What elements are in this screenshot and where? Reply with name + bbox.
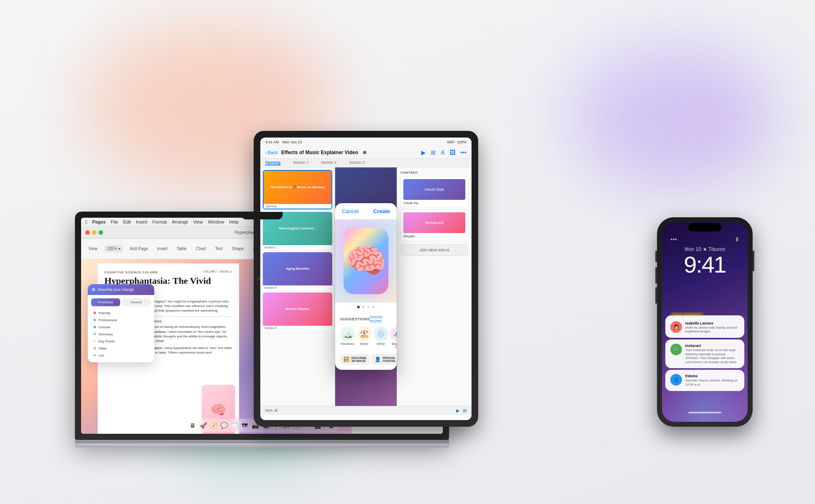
ipad-section-3[interactable]: Section 3 (349, 160, 365, 165)
describe-image-label: DESCRIBE AN IMAGE (351, 356, 366, 362)
iphone-volume-down-button[interactable] (655, 287, 657, 304)
toolbar-addpage[interactable]: Add Page (127, 245, 151, 253)
ai-option-summary[interactable]: Summary (91, 331, 151, 338)
menu-view[interactable]: View (193, 219, 203, 224)
edit-dot (363, 151, 366, 154)
ipad-bottom-icons: ▶ ⊞ (456, 408, 467, 413)
more-icon[interactable]: ••• (460, 149, 467, 156)
ipad-right-storyboard[interactable]: Storyboard Storybo... (400, 209, 468, 241)
ipad-bottom-grid-icon[interactable]: ⊞ (463, 408, 467, 413)
toolbar-table[interactable]: Table (174, 245, 189, 253)
modal-create-button[interactable]: Create (373, 208, 390, 214)
storyboard-label: Storybo... (403, 234, 465, 238)
ai-tab-rewrite[interactable]: Rewrite (122, 298, 151, 306)
toolbar-insert[interactable]: Insert (155, 245, 170, 253)
menu-edit[interactable]: Edit (123, 219, 131, 224)
dock-maps[interactable]: 🗺 (240, 421, 249, 430)
toolbar-zoom[interactable]: 135% ▾ (104, 245, 123, 253)
dock-messages[interactable]: 💬 (220, 421, 229, 430)
menu-help[interactable]: Help (229, 219, 239, 224)
dock-finder[interactable]: 🖥 (188, 421, 198, 430)
modal-cancel-button[interactable]: Cancel (342, 208, 358, 214)
menu-insert[interactable]: Insert (136, 219, 148, 224)
winter-icon: ❄️ (373, 327, 388, 342)
summary-label: Summary (99, 332, 113, 336)
menu-format[interactable]: Format (152, 219, 167, 224)
slide-3-title: Aging Benefits (286, 267, 309, 271)
menu-arrange[interactable]: Arrange (172, 219, 188, 224)
slide-4-thumb: Recent Studies (263, 293, 332, 326)
ai-option-list[interactable]: List (91, 352, 151, 359)
ipad-zoom-level: 50% (265, 408, 273, 413)
add-new-ideas-button[interactable]: ADD NEW IDEAS (400, 244, 468, 256)
iphone-volume-up-button[interactable] (655, 267, 657, 284)
menu-window[interactable]: Window (208, 219, 224, 224)
notif-3-body: Summer interns arrived. Meeting at 10:30… (685, 379, 739, 386)
ipad-right-panel: Content Visual Style Visual Sty... Story… (397, 167, 472, 406)
notification-card-edeina[interactable]: 👤 Edeina Summer interns arrived. Meeting… (665, 370, 744, 391)
ai-option-concise[interactable]: Concise (91, 324, 151, 331)
dock-safari[interactable]: 🧭 (209, 421, 218, 430)
person-choose-label: PERSON CHOOSE... (383, 356, 397, 362)
modal-describe-row: 🖼️ DESCRIBE AN IMAGE 👤 PERSON CHO (335, 352, 397, 370)
slide-1-thumb: The Effects of 🎵Music on Memory (264, 171, 331, 204)
suggestion-beach[interactable]: 🏖️ Beach (357, 327, 372, 349)
modal-brain-image: 🧠 (343, 228, 388, 294)
text-icon[interactable]: A (441, 149, 445, 156)
notif-1-body: Invite for dinner with Sandy and her boy… (685, 326, 739, 334)
ipad-slide-3[interactable]: Aging Benefits Section 4 (263, 252, 332, 290)
zoom-expand-icon[interactable]: ⊞ (274, 408, 278, 413)
toolbar-chart[interactable]: Chart (193, 245, 208, 253)
beach-icon: 🏖️ (357, 327, 372, 342)
ipad-slide-1[interactable]: The Effects of 🎵Music on Memory Opening (263, 170, 332, 209)
show-more-button[interactable]: SHOW MORE (370, 315, 392, 323)
ipad-right-visual-style[interactable]: Visual Style Visual Sty... (400, 176, 468, 208)
dock-mail[interactable]: ✉️ (230, 421, 239, 430)
ai-panel-header: Describe your change (88, 284, 154, 295)
describe-image-button[interactable]: 🖼️ DESCRIBE AN IMAGE (340, 354, 370, 365)
ipad-section-2[interactable]: Section 2 (321, 160, 337, 165)
slide-4-label: Section 5 (263, 326, 332, 330)
iphone-power-button[interactable] (753, 251, 754, 271)
ipad-screen: 9:41 AM Mon Jun 10 WiFi 100% ‹ Back Effe… (260, 138, 472, 420)
close-button[interactable] (85, 230, 90, 235)
ipad-slide-4[interactable]: Recent Studies Section 5 (263, 293, 332, 330)
notif-3-content: Edeina Summer interns arrived. Meeting a… (685, 374, 739, 386)
grid-icon[interactable]: ⊞ (431, 149, 436, 156)
dock-launchpad[interactable]: 🚀 (199, 421, 208, 430)
notification-card-instacart[interactable]: 🛒 Instacart Your Instacart order is on t… (665, 339, 744, 368)
ipad-section-opening[interactable]: Opening (265, 160, 281, 165)
toolbar-shape[interactable]: Shape (230, 245, 247, 253)
ipad-camera (257, 277, 260, 280)
person-choose-button[interactable]: 👤 PERSON CHOOSE... (371, 354, 397, 365)
devices-container:  Pages File Edit Insert Format Arrange … (54, 44, 761, 460)
ai-option-professional[interactable]: Professional (91, 317, 151, 324)
ipad-bottom-play-icon[interactable]: ▶ (456, 408, 459, 413)
ai-tab-proofread[interactable]: Proofread (91, 298, 120, 306)
slide-1-title: The Effects of 🎵Music on Memory (270, 185, 325, 189)
iphone-mute-button[interactable] (655, 251, 657, 262)
suggestion-mountains[interactable]: 🏔️ Mountains (340, 327, 355, 349)
ai-option-friendly[interactable]: Friendly (91, 310, 151, 317)
maximize-button[interactable] (99, 230, 103, 235)
ipad-back-button[interactable]: ‹ Back (265, 150, 278, 155)
ipad-section-1[interactable]: Section 1 (293, 160, 309, 165)
suggestions-label: SUGGESTIONS (340, 317, 370, 321)
image-icon[interactable]: 🖼 (449, 149, 455, 156)
battery-status: 100% (457, 140, 467, 144)
chevron-left-icon: ‹ (265, 150, 267, 155)
iphone: ●●● 🔋 Mon 10 ★ Tiburon 9:41 Priority Not… (657, 217, 753, 427)
priority-label: Priority Notifications (670, 312, 704, 317)
minimize-button[interactable] (92, 230, 96, 235)
ai-option-table[interactable]: Table (91, 345, 151, 352)
notif-2-content: Instacart Your Instacart order is on the… (685, 344, 739, 364)
play-icon[interactable]: ▶ (421, 149, 426, 156)
toolbar-view[interactable]: View (86, 245, 100, 253)
suggestion-winter[interactable]: ❄️ Winter (373, 327, 388, 349)
suggestion-baseball[interactable]: 🧢 Baseball Cap (390, 327, 397, 349)
ai-option-keypoints[interactable]: Key Points (91, 338, 151, 345)
doc-category-text: COGNITIVE SCIENCE COLUMN (104, 271, 158, 274)
toolbar-text[interactable]: Text (212, 245, 225, 253)
menu-file[interactable]: File (111, 219, 118, 224)
notification-card-priority[interactable]: Priority Notifications 👩 Isabella Lamare… (665, 315, 744, 338)
